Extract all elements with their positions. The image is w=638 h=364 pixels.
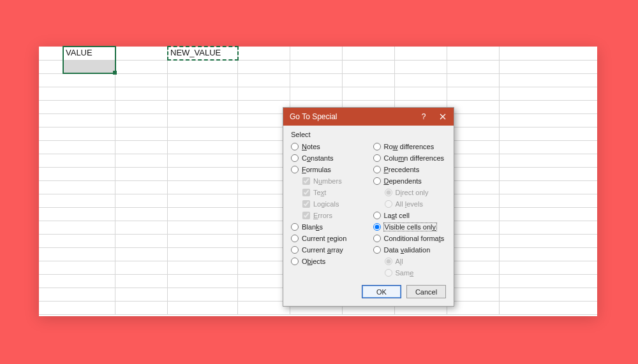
option-all-levels: All levels xyxy=(373,198,447,209)
cell-c1[interactable]: NEW_VALUE xyxy=(168,47,238,60)
option-formulas[interactable]: Formulas xyxy=(291,164,364,175)
option-logicals: Logicals xyxy=(291,198,364,209)
section-label: Select xyxy=(291,131,446,138)
dialog-title: Go To Special xyxy=(290,112,414,121)
option-direct-only: Direct only xyxy=(373,187,447,198)
option-conditional-formats[interactable]: Conditional formats xyxy=(373,233,447,244)
option-numbers: Numbers xyxy=(291,175,364,186)
close-button[interactable] xyxy=(433,110,452,124)
option-current-array[interactable]: Current array xyxy=(291,244,364,255)
ok-button[interactable]: OK xyxy=(362,285,401,298)
option-precedents[interactable]: Precedents xyxy=(373,164,447,175)
option-data-validation[interactable]: Data validation xyxy=(373,244,447,255)
close-icon xyxy=(440,113,446,120)
option-last-cell[interactable]: Last cell xyxy=(373,210,447,221)
cell-a1[interactable]: VALUE xyxy=(63,47,115,60)
option-notes[interactable]: Notes xyxy=(291,141,364,152)
options-right-column: Row differences Column differences Prece… xyxy=(373,141,447,279)
help-button[interactable]: ? xyxy=(414,110,433,124)
option-row-differences[interactable]: Row differences xyxy=(373,141,447,152)
option-column-differences[interactable]: Column differences xyxy=(373,152,447,163)
option-same: Same xyxy=(373,267,447,278)
option-visible-cells-only[interactable]: Visible cells only xyxy=(373,221,447,232)
dialog-titlebar[interactable]: Go To Special ? xyxy=(283,108,454,126)
go-to-special-dialog: Go To Special ? Select Notes Constants F… xyxy=(283,107,454,307)
option-dependents[interactable]: Dependents xyxy=(373,175,447,186)
cell-b1[interactable] xyxy=(115,47,168,60)
option-constants[interactable]: Constants xyxy=(291,152,364,163)
cancel-button[interactable]: Cancel xyxy=(406,285,446,298)
option-text: Text xyxy=(291,187,364,198)
option-blanks[interactable]: Blanks xyxy=(291,221,364,232)
options-left-column: Notes Constants Formulas Numbers Text Lo… xyxy=(291,141,364,279)
option-errors: Errors xyxy=(291,210,364,221)
selection-fill xyxy=(64,61,115,73)
option-current-region[interactable]: Current region xyxy=(291,233,364,244)
option-objects[interactable]: Objects xyxy=(291,256,364,266)
option-all: All xyxy=(373,256,447,266)
help-icon: ? xyxy=(422,112,426,121)
